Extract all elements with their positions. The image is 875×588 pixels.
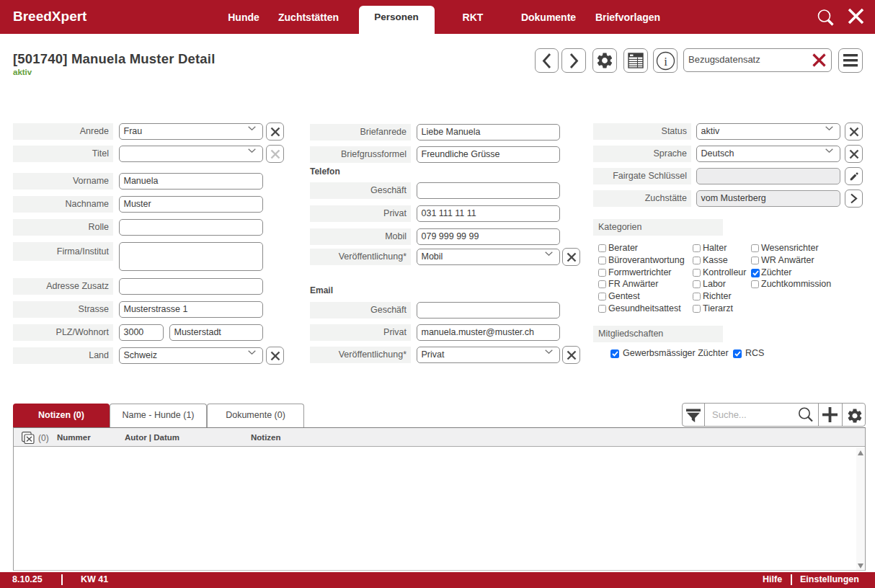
svg-text:i: i xyxy=(664,55,667,68)
